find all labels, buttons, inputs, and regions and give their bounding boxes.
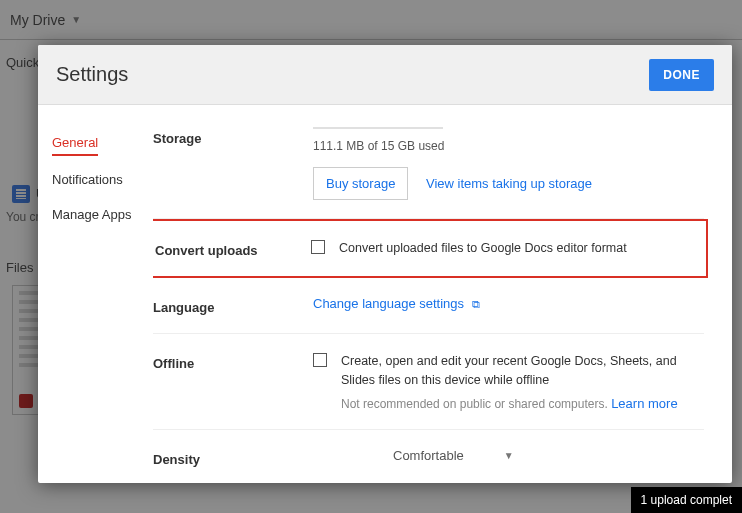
section-language: Language Change language settings ⧉ [153,278,704,334]
section-offline: Offline Create, open and edit your recen… [153,334,704,430]
density-value: Comfortable [393,448,464,463]
storage-progress-bar [313,127,443,129]
storage-label: Storage [153,127,313,200]
offline-text: Create, open and edit your recent Google… [341,352,704,390]
change-language-link[interactable]: Change language settings ⧉ [313,296,480,311]
modal-body: General Notifications Manage Apps Storag… [38,105,732,483]
offline-label: Offline [153,352,313,411]
density-select[interactable]: Comfortable ▼ [393,448,514,463]
view-storage-link[interactable]: View items taking up storage [426,176,592,191]
offline-sub-prefix: Not recommended on public or shared comp… [341,397,611,411]
density-label: Density [153,448,313,467]
section-convert-uploads: Convert uploads Convert uploaded files t… [153,233,706,264]
done-button[interactable]: DONE [649,59,714,91]
upload-toast[interactable]: 1 upload complet [631,487,742,513]
offline-subtext: Not recommended on public or shared comp… [341,396,704,411]
offline-checkbox[interactable] [313,353,327,367]
external-link-icon: ⧉ [472,298,480,310]
settings-modal: Settings DONE General Notifications Mana… [38,45,732,483]
storage-usage-text: 111.1 MB of 15 GB used [313,139,704,153]
convert-uploads-text: Convert uploaded files to Google Docs ed… [339,239,627,258]
chevron-down-icon: ▼ [504,450,514,461]
language-label: Language [153,296,313,315]
nav-manage-apps[interactable]: Manage Apps [52,201,153,226]
section-storage: Storage 111.1 MB of 15 GB used Buy stora… [153,123,704,219]
convert-uploads-checkbox[interactable] [311,240,325,254]
settings-nav: General Notifications Manage Apps [38,105,153,483]
buy-storage-button[interactable]: Buy storage [313,167,408,200]
nav-notifications[interactable]: Notifications [52,166,153,191]
convert-label: Convert uploads [153,239,311,258]
change-language-text: Change language settings [313,296,464,311]
nav-general[interactable]: General [52,129,98,156]
modal-title: Settings [56,63,128,86]
learn-more-link[interactable]: Learn more [611,396,677,411]
settings-content: Storage 111.1 MB of 15 GB used Buy stora… [153,105,732,483]
convert-uploads-highlight: Convert uploads Convert uploaded files t… [153,219,708,278]
modal-header: Settings DONE [38,45,732,105]
section-density: Density Comfortable ▼ [153,430,704,484]
